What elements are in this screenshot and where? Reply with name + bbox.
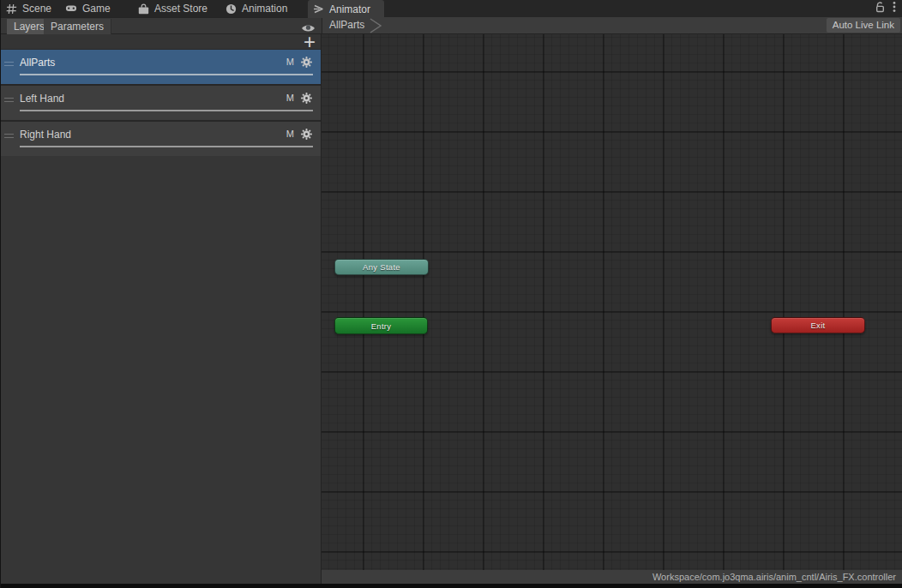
breadcrumb-chevron-icon — [370, 18, 383, 37]
scene-grid-icon — [6, 3, 17, 15]
node-exit[interactable]: Exit — [771, 317, 865, 333]
animator-icon — [313, 4, 324, 14]
auto-live-link-button[interactable]: Auto Live Link — [827, 18, 900, 33]
layer-weight-slider[interactable] — [20, 110, 313, 111]
node-any-state[interactable]: Any State — [334, 259, 429, 275]
mute-button[interactable]: M — [286, 93, 294, 103]
tab-parameters[interactable]: Parameters — [44, 19, 111, 34]
tab-asset-store[interactable]: Asset Store — [133, 0, 213, 17]
layer-row-right-hand[interactable]: Right Hand M — [0, 122, 321, 156]
layer-list-header: + — [0, 34, 321, 50]
shopping-bag-icon — [138, 3, 149, 15]
unlock-icon[interactable] — [875, 1, 885, 16]
layers-parameters-toolbar: Layers Parameters — [0, 17, 322, 34]
layers-panel: + AllParts M Left Hand M Right Hand M — [0, 34, 322, 584]
window-bottom-edge — [0, 584, 902, 588]
breadcrumb-allparts[interactable]: AllParts — [329, 17, 364, 33]
window-left-edge — [0, 0, 1, 588]
node-entry[interactable]: Entry — [334, 317, 428, 334]
drag-handle-icon[interactable] — [4, 98, 14, 105]
mute-button[interactable]: M — [286, 129, 294, 139]
editor-tab-bar: Scene Game Asset Store Animation Animato… — [0, 0, 902, 17]
drag-handle-icon[interactable] — [4, 62, 14, 69]
animator-graph-canvas[interactable]: Any State Entry Exit — [322, 34, 902, 570]
layer-row-allparts[interactable]: AllParts M — [0, 50, 321, 84]
layer-weight-slider[interactable] — [20, 74, 313, 75]
gear-icon[interactable] — [301, 128, 312, 143]
layer-weight-slider[interactable] — [20, 146, 313, 147]
drag-handle-icon[interactable] — [4, 134, 14, 141]
tab-animator[interactable]: Animator — [308, 0, 384, 18]
mute-button[interactable]: M — [286, 57, 294, 67]
tab-game[interactable]: Game — [60, 0, 116, 17]
animator-toolbar: AllParts Auto Live Link — [322, 17, 902, 34]
gear-icon[interactable] — [301, 56, 312, 71]
layer-row-left-hand[interactable]: Left Hand M — [0, 86, 321, 120]
tab-scene[interactable]: Scene — [1, 0, 57, 17]
eye-icon[interactable] — [301, 21, 316, 37]
gear-icon[interactable] — [301, 92, 312, 107]
clock-icon — [226, 3, 237, 15]
controller-path-statusbar: Workspace/com.jo3qma.airis/anim_cntl/Air… — [322, 570, 902, 584]
tab-animation[interactable]: Animation — [220, 0, 292, 17]
gamepad-icon — [65, 4, 77, 13]
kebab-menu-icon[interactable] — [893, 1, 896, 16]
